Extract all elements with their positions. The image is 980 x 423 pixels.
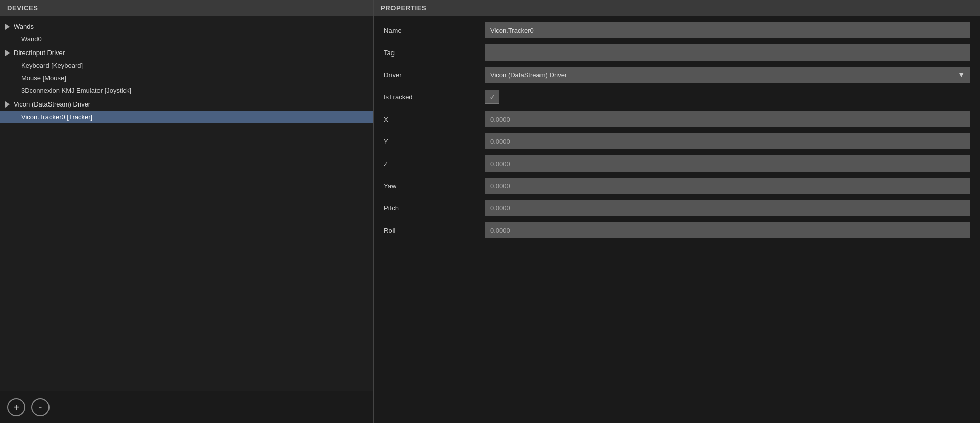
- prop-row-z: Z: [384, 154, 970, 173]
- prop-label-roll: Roll: [384, 227, 485, 234]
- tree-item-3dconnexion[interactable]: 3Dconnexion KMJ Emulator [Joystick]: [0, 84, 373, 97]
- prop-row-driver: Driver Vicon (DataStream) Driver ▼: [384, 66, 970, 84]
- roll-input[interactable]: [485, 222, 970, 238]
- prop-label-x: X: [384, 116, 485, 123]
- prop-value-driver: Vicon (DataStream) Driver ▼: [485, 67, 970, 83]
- expand-icon-directinput: [5, 50, 10, 56]
- group-header-wands[interactable]: Wands: [0, 20, 373, 33]
- device-bottom-bar: + -: [0, 391, 373, 423]
- prop-value-z: [485, 155, 970, 172]
- tree-item-vicon-tracker0[interactable]: Vicon.Tracker0 [Tracker]: [0, 111, 373, 123]
- prop-value-name: [485, 22, 970, 38]
- device-tree: Wands Wand0 DirectInput Driver Keyboard …: [0, 16, 373, 391]
- prop-label-y: Y: [384, 138, 485, 145]
- istracked-checkbox[interactable]: ✓: [485, 90, 499, 104]
- prop-label-tag: Tag: [384, 49, 485, 57]
- prop-value-roll: [485, 222, 970, 238]
- y-input[interactable]: [485, 133, 970, 149]
- tree-item-keyboard[interactable]: Keyboard [Keyboard]: [0, 59, 373, 72]
- group-header-directinput[interactable]: DirectInput Driver: [0, 46, 373, 59]
- add-device-button[interactable]: +: [7, 398, 25, 416]
- prop-row-y: Y: [384, 132, 970, 150]
- devices-header: DEVICES: [0, 0, 373, 16]
- prop-row-roll: Roll: [384, 221, 970, 239]
- remove-device-button[interactable]: -: [31, 398, 50, 416]
- tree-item-wand0[interactable]: Wand0: [0, 33, 373, 45]
- group-header-vicon[interactable]: Vicon (DataStream) Driver: [0, 98, 373, 111]
- prop-row-name: Name: [384, 21, 970, 39]
- devices-panel: DEVICES Wands Wand0 DirectInput Driver K…: [0, 0, 374, 423]
- prop-label-driver: Driver: [384, 71, 485, 79]
- driver-dropdown[interactable]: Vicon (DataStream) Driver: [485, 67, 970, 83]
- group-vicon: Vicon (DataStream) Driver Vicon.Tracker0…: [0, 98, 373, 123]
- prop-label-pitch: Pitch: [384, 204, 485, 212]
- expand-icon-vicon: [5, 101, 10, 108]
- tag-input[interactable]: [485, 44, 970, 61]
- prop-row-pitch: Pitch: [384, 199, 970, 217]
- driver-dropdown-wrapper: Vicon (DataStream) Driver ▼: [485, 67, 970, 83]
- prop-row-yaw: Yaw: [384, 177, 970, 195]
- z-input[interactable]: [485, 155, 970, 172]
- main-container: DEVICES Wands Wand0 DirectInput Driver K…: [0, 0, 980, 423]
- yaw-input[interactable]: [485, 178, 970, 194]
- x-input[interactable]: [485, 111, 970, 127]
- prop-value-tag: [485, 44, 970, 61]
- properties-panel: PROPERTIES Name Tag Driver: [374, 0, 980, 423]
- prop-value-istracked: ✓: [485, 90, 970, 104]
- prop-row-tag: Tag: [384, 43, 970, 62]
- name-input[interactable]: [485, 22, 970, 38]
- prop-label-istracked: IsTracked: [384, 93, 485, 101]
- prop-label-z: Z: [384, 160, 485, 168]
- prop-value-yaw: [485, 178, 970, 194]
- prop-value-x: [485, 111, 970, 127]
- properties-header: PROPERTIES: [374, 0, 980, 16]
- group-wands: Wands Wand0: [0, 20, 373, 45]
- group-label-vicon: Vicon (DataStream) Driver: [14, 100, 90, 108]
- prop-label-yaw: Yaw: [384, 182, 485, 190]
- tree-item-mouse[interactable]: Mouse [Mouse]: [0, 72, 373, 84]
- checkmark-icon: ✓: [489, 92, 496, 102]
- prop-value-pitch: [485, 200, 970, 216]
- group-directinput: DirectInput Driver Keyboard [Keyboard] M…: [0, 46, 373, 97]
- prop-label-name: Name: [384, 27, 485, 34]
- prop-row-x: X: [384, 110, 970, 128]
- group-label-directinput: DirectInput Driver: [14, 49, 65, 57]
- group-label-wands: Wands: [14, 23, 34, 30]
- prop-value-y: [485, 133, 970, 149]
- properties-area: Name Tag Driver Vicon (DataStream): [374, 16, 980, 423]
- expand-icon-wands: [5, 24, 10, 30]
- prop-row-istracked: IsTracked ✓: [384, 88, 970, 106]
- pitch-input[interactable]: [485, 200, 970, 216]
